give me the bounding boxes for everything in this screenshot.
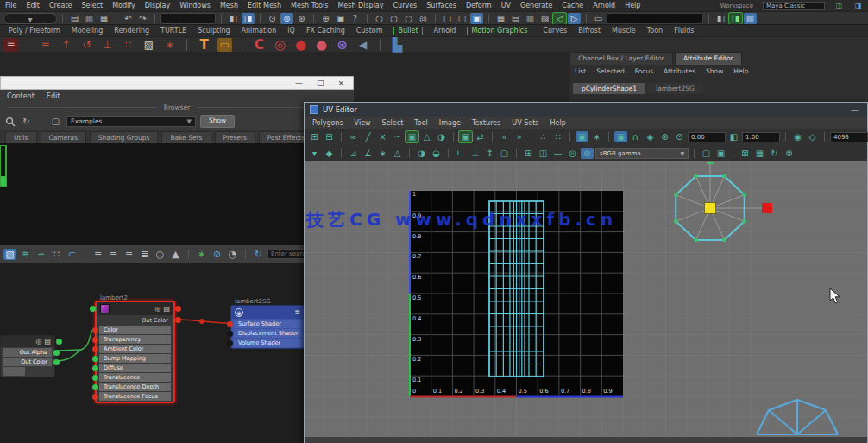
sidebar-toggle-icon[interactable]: ▧ <box>3 249 16 260</box>
uv-checker-icon[interactable]: ⊛ <box>658 131 671 142</box>
uv-editor-menu-item[interactable]: Textures <box>472 119 500 127</box>
uv-editor-menu-item[interactable]: Select <box>382 119 404 127</box>
panel-toggle2-icon[interactable]: ◨ <box>853 2 863 9</box>
uv-symmetry-icon[interactable]: ▣ <box>459 131 472 142</box>
node-input-port[interactable] <box>92 327 98 333</box>
menu-item[interactable]: Select <box>81 2 103 9</box>
node-menu-icon[interactable]: ▤ <box>44 338 51 345</box>
shelf-tab[interactable]: Animation <box>242 27 277 35</box>
refresh-icon[interactable]: ↻ <box>20 116 33 127</box>
minimize-icon[interactable]: — <box>851 105 862 114</box>
attribute-editor-menu-item[interactable]: Attributes <box>664 67 695 75</box>
pinch-tool-icon[interactable]: ∷ <box>121 38 135 52</box>
uv-grid-snap-icon[interactable]: ▣ <box>714 148 727 159</box>
menu-item[interactable]: Mesh Display <box>337 2 383 9</box>
menu-item[interactable]: Edit <box>26 2 40 9</box>
shelf-tab[interactable]: Bullet <box>393 27 422 35</box>
shelf-tab[interactable]: Toon <box>647 27 663 35</box>
node-attribute-row[interactable]: Out Alpha <box>3 348 52 357</box>
minimize-icon[interactable]: — <box>295 79 303 87</box>
maximize-icon[interactable]: □ <box>317 79 324 87</box>
node-input-port[interactable] <box>92 394 98 400</box>
browser-tab[interactable]: Cameras <box>41 131 86 143</box>
arrow-mesh-icon[interactable]: ◀ <box>355 38 370 52</box>
attribute-editor-menu-item[interactable]: Help <box>733 67 748 75</box>
attribute-editor-menu-item[interactable]: List <box>575 67 586 75</box>
uv-cut-icon[interactable]: ╱ <box>362 131 374 142</box>
shelf-tab[interactable]: Rendering <box>114 27 149 35</box>
material-swatch[interactable] <box>100 304 110 313</box>
sg-node-header[interactable]: ◉ ≣ <box>231 306 304 319</box>
lift-tool-icon[interactable]: ↑ <box>59 38 73 52</box>
help-line-icon[interactable]: ? <box>349 13 362 24</box>
uv-baking-icon[interactable]: ⊙ <box>673 131 686 142</box>
snap-curve-icon[interactable]: ◨ <box>242 13 255 24</box>
material-attribute-row[interactable]: Color <box>99 326 171 334</box>
sidebar-toggle-channel[interactable]: ▥ <box>744 13 757 24</box>
render-settings-icon[interactable]: ○ <box>402 13 415 24</box>
uv-layout-icon[interactable]: ⊟ <box>323 131 336 142</box>
construction-history-icon[interactable]: ⊕ <box>319 13 332 24</box>
node-input-port[interactable] <box>227 340 233 346</box>
node-attribute-row-partial[interactable] <box>3 367 25 376</box>
uv-udim-icon[interactable]: ◫ <box>537 148 550 159</box>
camera-keys-icon[interactable]: ▨ <box>538 13 551 24</box>
menu-item[interactable]: Display <box>145 2 171 9</box>
node-attribute-row[interactable]: Out Color <box>3 358 52 366</box>
uv-editor-menu-item[interactable]: View <box>355 119 371 127</box>
node-editor-icon[interactable]: ▣ <box>470 13 483 24</box>
uv-copy-icon[interactable]: ⊠ <box>739 148 752 159</box>
uv-translate-icon[interactable]: ↕ <box>483 148 496 159</box>
uv-fill-icon[interactable]: ◑ <box>415 148 428 159</box>
snap-toggle-icon[interactable]: ∗ <box>195 249 208 260</box>
character-set-icon[interactable]: ▭ <box>592 13 605 24</box>
full-display-icon[interactable]: ≡ <box>123 249 135 260</box>
simple-display-icon[interactable]: ≡ <box>91 249 104 260</box>
uv-sew-icon[interactable]: × <box>376 131 389 142</box>
node-input-port[interactable] <box>92 356 98 362</box>
uv-dropdown-icon[interactable]: ▾ <box>308 148 321 159</box>
sidebar-toggle-attr[interactable]: ◨ <box>729 13 742 24</box>
selection-mask-dropdown[interactable]: ▾ <box>3 13 57 24</box>
ipr-render-icon[interactable]: ○ <box>387 13 400 24</box>
sg-attribute-row[interactable]: Volume Shader <box>234 339 301 347</box>
graph-editor-icon[interactable]: ▤ <box>509 13 522 24</box>
browser-tab[interactable]: Bake Sets <box>161 131 211 143</box>
node-input-port[interactable] <box>90 306 96 312</box>
uv-move-u-icon[interactable]: ∟ <box>454 148 467 159</box>
uv-delete-icon[interactable]: ⊗ <box>783 148 796 159</box>
custom-display-icon[interactable]: ≣ <box>138 249 151 260</box>
uv-editor-menu-item[interactable]: Image <box>439 119 461 127</box>
uv-dim-image-icon[interactable]: ◈ <box>644 131 657 142</box>
attribute-editor-node-tab[interactable]: lambert2SG <box>647 83 703 94</box>
back-bookmark-icon[interactable]: ⊂ <box>66 249 79 260</box>
shelf-tab[interactable]: Modeling <box>72 27 103 35</box>
arc-curve-icon[interactable]: C <box>252 38 267 52</box>
shelf-tab[interactable]: Poly / Freeform <box>9 27 60 35</box>
gamma-field[interactable]: 1.00 <box>742 132 780 142</box>
uv-split-icon[interactable]: ~ <box>391 131 404 142</box>
attribute-panel-tab[interactable]: Channel Box / Layer Editor <box>569 52 673 65</box>
material-attribute-row[interactable]: Translucence Focus <box>99 392 171 401</box>
out-color-port[interactable] <box>175 317 181 323</box>
material-attribute-row[interactable]: Ambient Color <box>99 345 171 353</box>
menu-item[interactable]: Deform <box>466 2 492 9</box>
attribute-editor-menu-item[interactable]: Selected <box>596 67 625 75</box>
shelf-tab[interactable]: Arnold <box>434 27 456 35</box>
uv-straighten-icon[interactable]: △ <box>391 148 404 159</box>
node-input-port[interactable] <box>227 331 233 337</box>
menu-item[interactable]: Create <box>49 2 72 9</box>
attribute-panel-tab[interactable]: Attribute Editor <box>675 52 742 65</box>
uv-editor-menu-item[interactable]: UV Sets <box>512 119 538 127</box>
uv-editor-menu-item[interactable]: Help <box>550 119 566 127</box>
browser-titlebar[interactable]: — □ × <box>0 76 354 90</box>
shelf-tab[interactable]: Custom <box>356 27 383 35</box>
view-transform-dropdown[interactable]: sRGB gamma ▼ <box>595 148 689 159</box>
browser-menu-item[interactable]: Content <box>7 92 35 100</box>
uv-flip-icon[interactable]: ⇄ <box>474 131 487 142</box>
shelf-tab[interactable]: Fluids <box>674 27 694 35</box>
material-node-selected[interactable]: lambert2 ◎▤ Out Color Color <box>95 301 175 403</box>
node-input-port[interactable] <box>227 321 233 327</box>
blob-mesh-icon[interactable]: ● <box>314 38 329 52</box>
save-scene-icon[interactable]: ▦ <box>97 13 110 24</box>
